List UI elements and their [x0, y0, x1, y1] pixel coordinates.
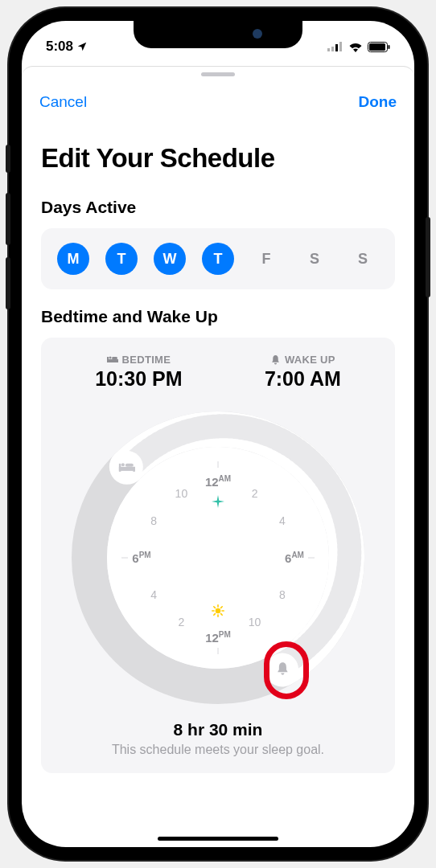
- svg-rect-6: [389, 45, 390, 49]
- status-time: 5:08: [46, 39, 73, 55]
- day-monday[interactable]: M: [57, 243, 89, 275]
- home-indicator[interactable]: [158, 837, 278, 841]
- mute-switch: [6, 145, 10, 173]
- volume-up-button: [6, 193, 10, 245]
- sleep-duration: 8 hr 30 min: [54, 720, 382, 739]
- cancel-button[interactable]: Cancel: [39, 93, 87, 111]
- svg-rect-9: [117, 359, 118, 362]
- page-title: Edit Your Schedule: [41, 143, 395, 174]
- dial-labels: 12AM 6AM 12PM 6PM 2 4: [65, 405, 371, 710]
- battery-icon: [368, 42, 390, 52]
- bell-icon: [270, 354, 281, 365]
- svg-line-30: [214, 607, 216, 608]
- screen: 5:08: [22, 21, 414, 847]
- wifi-icon: [348, 42, 363, 52]
- sleep-goal-text: This schedule meets your sleep goal.: [54, 743, 382, 757]
- svg-rect-8: [107, 357, 109, 362]
- svg-point-10: [109, 356, 111, 358]
- days-active-heading: Days Active: [41, 198, 395, 217]
- cellular-icon: [327, 42, 343, 51]
- svg-rect-2: [335, 44, 338, 51]
- svg-line-32: [214, 614, 216, 616]
- svg-line-31: [221, 614, 223, 616]
- day-saturday[interactable]: S: [298, 243, 331, 275]
- svg-rect-5: [369, 43, 385, 51]
- stars-icon: [212, 495, 224, 508]
- sleep-card: BEDTIME 10:30 PM WAKE UP 7:00 AM: [41, 338, 395, 773]
- svg-rect-3: [339, 42, 342, 51]
- bed-icon: [107, 355, 118, 364]
- wakeup-label: WAKE UP: [285, 354, 335, 366]
- svg-rect-1: [331, 47, 334, 51]
- bedtime-wakeup-heading: Bedtime and Wake Up: [41, 307, 395, 326]
- svg-line-33: [221, 607, 223, 608]
- nav-bar: Cancel Done: [22, 82, 414, 119]
- day-thursday[interactable]: T: [202, 243, 234, 275]
- day-wednesday[interactable]: W: [154, 243, 186, 275]
- sun-icon: [212, 604, 224, 617]
- location-icon: [76, 41, 88, 52]
- svg-rect-11: [112, 357, 117, 359]
- day-sunday[interactable]: S: [347, 243, 379, 275]
- bedtime-label: BEDTIME: [122, 354, 171, 366]
- done-button[interactable]: Done: [359, 93, 397, 111]
- days-card: M T W T F S S: [41, 228, 395, 289]
- day-friday[interactable]: F: [250, 243, 282, 275]
- phone-frame: 5:08: [9, 8, 427, 860]
- sheet-grabber[interactable]: [22, 66, 414, 82]
- power-button: [426, 217, 430, 297]
- notch: [134, 21, 302, 48]
- bedtime-value: 10:30 PM: [95, 367, 182, 391]
- wakeup-value: 7:00 AM: [265, 367, 341, 391]
- svg-rect-0: [327, 48, 330, 51]
- svg-point-25: [216, 608, 221, 614]
- sleep-dial[interactable]: 12AM 6AM 12PM 6PM 2 4: [65, 405, 371, 710]
- svg-rect-7: [107, 359, 118, 362]
- volume-down-button: [6, 257, 10, 309]
- day-tuesday[interactable]: T: [105, 243, 138, 275]
